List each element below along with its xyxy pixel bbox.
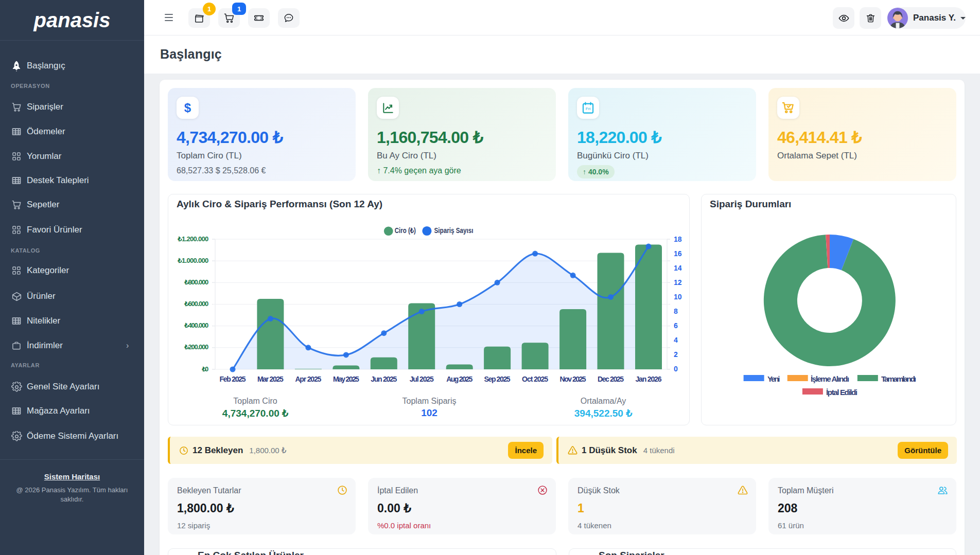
svg-text:Nov 2025: Nov 2025 <box>560 375 586 383</box>
svg-text:Sipariş Sayısı: Sipariş Sayısı <box>434 226 474 235</box>
svg-text:₺0: ₺0 <box>201 365 208 373</box>
svg-text:0: 0 <box>674 365 678 373</box>
svg-text:Tamamlandı: Tamamlandı <box>881 374 916 383</box>
svg-text:Sep 2025: Sep 2025 <box>484 375 511 383</box>
svg-text:Feb 2025: Feb 2025 <box>220 375 246 383</box>
svg-text:Ciro (₺): Ciro (₺) <box>395 226 416 235</box>
svg-text:Jan 2026: Jan 2026 <box>636 375 662 383</box>
svg-text:12: 12 <box>674 278 682 287</box>
svg-text:Apr 2025: Apr 2025 <box>295 375 321 383</box>
svg-text:2: 2 <box>674 350 678 359</box>
svg-text:14: 14 <box>674 264 682 272</box>
svg-text:₺800.000: ₺800.000 <box>184 278 208 286</box>
svg-text:₺1.200.000: ₺1.200.000 <box>177 235 208 243</box>
svg-text:18: 18 <box>674 235 682 243</box>
svg-text:Aug 2025: Aug 2025 <box>446 375 472 383</box>
svg-text:16: 16 <box>674 249 682 258</box>
svg-text:Mar 2025: Mar 2025 <box>257 375 284 383</box>
svg-text:4: 4 <box>674 336 678 344</box>
svg-text:10: 10 <box>674 293 682 301</box>
svg-text:6: 6 <box>674 321 678 330</box>
svg-text:Jun 2025: Jun 2025 <box>371 375 397 383</box>
svg-text:₺1.000.000: ₺1.000.000 <box>177 257 208 264</box>
svg-text:₺200.000: ₺200.000 <box>184 343 208 351</box>
svg-text:8: 8 <box>674 307 678 315</box>
svg-text:Fri: Fri <box>586 106 591 111</box>
svg-text:Oct 2025: Oct 2025 <box>522 375 548 383</box>
svg-text:May 2025: May 2025 <box>333 375 359 383</box>
svg-text:Dec 2025: Dec 2025 <box>598 375 624 383</box>
svg-text:İşleme Alındı: İşleme Alındı <box>811 374 849 383</box>
svg-text:Yeni: Yeni <box>767 374 780 383</box>
svg-text:Jul 2025: Jul 2025 <box>410 375 434 383</box>
svg-text:₺600.000: ₺600.000 <box>184 300 208 308</box>
svg-text:İptal Edildi: İptal Edildi <box>826 388 857 397</box>
svg-text:₺400.000: ₺400.000 <box>184 321 208 329</box>
